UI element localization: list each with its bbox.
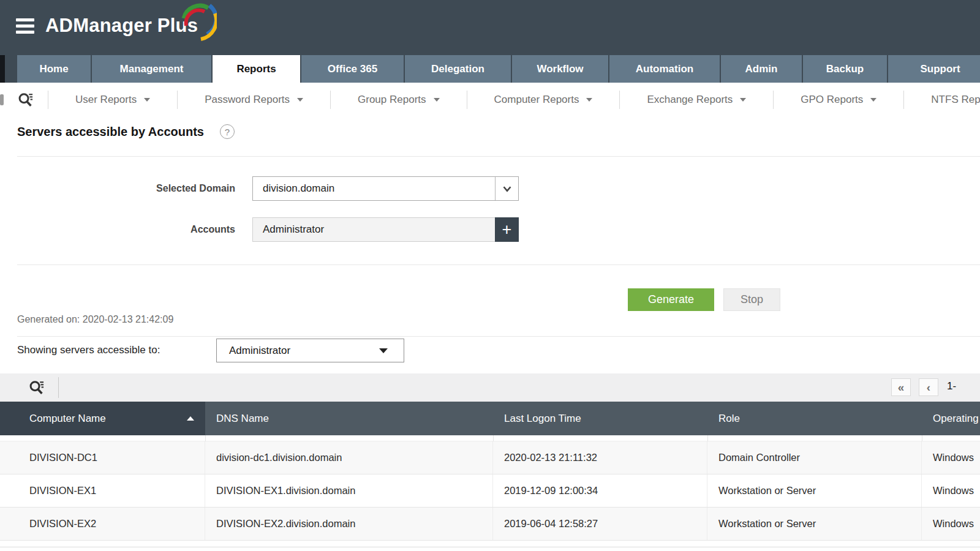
reports-category-bar: User Reports Password Reports Group Repo…: [0, 83, 980, 116]
hamburger-menu-icon[interactable]: [16, 18, 36, 36]
cell-role: Domain Controller: [707, 441, 922, 474]
subnav-label: Exchange Reports: [647, 94, 733, 106]
chevron-down-icon: [434, 98, 440, 102]
column-label: Operating System: [933, 413, 980, 425]
cell-computer-name: DIVISION-DC1: [0, 441, 205, 474]
window-edge: [0, 55, 5, 83]
top-header-bar: ADManager Plus: [0, 0, 980, 55]
subnav-label: User Reports: [75, 94, 137, 106]
subnav-label: NTFS Reports: [931, 94, 980, 106]
admanager-plus-window: ADManager Plus Home Management Reports O…: [0, 0, 980, 551]
subnav-computer-reports[interactable]: Computer Reports: [467, 91, 620, 109]
accounts-value: Administrator: [253, 223, 495, 236]
cell-last-logon-time: 2020-02-13 21:11:32: [493, 441, 707, 474]
cell-last-logon-time: 2019-06-04 12:58:27: [493, 508, 707, 540]
selected-domain-value: division.domain: [253, 182, 495, 195]
cell-dns-name: division-dc1.division.domain: [205, 441, 493, 474]
column-header-last-logon-time[interactable]: Last Logon Time: [493, 402, 707, 435]
logo-swoosh-icon: [176, 0, 217, 42]
showing-servers-label: Showing servers accessible to:: [17, 344, 160, 356]
tab-office-365[interactable]: Office 365: [301, 55, 405, 83]
subnav-label: Computer Reports: [494, 94, 579, 106]
subnav-user-reports[interactable]: User Reports: [48, 91, 177, 109]
report-search-icon[interactable]: [4, 91, 48, 108]
chevron-down-icon: [379, 348, 388, 353]
subnav-password-reports[interactable]: Password Reports: [177, 91, 330, 109]
column-header-computer-name[interactable]: Computer Name: [0, 402, 205, 435]
cell-computer-name: DIVISION-EX1: [0, 474, 205, 507]
showing-account-value: Administrator: [217, 345, 379, 357]
column-label: Last Logon Time: [504, 413, 581, 425]
divider: [493, 435, 494, 441]
selected-domain-label: Selected Domain: [0, 176, 235, 201]
divider: [17, 336, 980, 337]
column-header-operating-system[interactable]: Operating System: [922, 402, 980, 435]
tab-workflow[interactable]: Workflow: [512, 55, 609, 83]
subnav-group-reports[interactable]: Group Reports: [330, 91, 467, 109]
main-navigation-tabs: Home Management Reports Office 365 Deleg…: [0, 55, 980, 83]
divider: [0, 547, 980, 547]
help-icon[interactable]: ?: [220, 124, 235, 139]
page-title: Servers accessible by Accounts: [17, 125, 204, 139]
chevron-down-icon: [740, 98, 746, 102]
subnav-gpo-reports[interactable]: GPO Reports: [773, 91, 903, 109]
divider: [17, 156, 980, 157]
subnav-ntfs-reports[interactable]: NTFS Reports: [903, 91, 980, 109]
pagination-first-button[interactable]: «: [891, 378, 911, 396]
divider: [17, 264, 980, 265]
accounts-field[interactable]: Administrator +: [252, 217, 519, 242]
app-logo: ADManager Plus: [45, 15, 198, 37]
tab-management[interactable]: Management: [92, 55, 213, 83]
generate-button[interactable]: Generate: [628, 288, 714, 311]
cell-last-logon-time: 2019-12-09 12:00:34: [493, 474, 707, 507]
table-row: DIVISION-EX2 DIVISION-EX2.division.domai…: [0, 508, 980, 541]
accounts-label: Accounts: [0, 217, 235, 242]
cell-role: Workstation or Server: [707, 474, 922, 507]
table-row: DIVISION-DC1 division-dc1.division.domai…: [0, 441, 980, 474]
table-toolbar: « ‹ 1-: [0, 373, 980, 402]
tab-backup[interactable]: Backup: [803, 55, 888, 83]
pagination-previous-button[interactable]: ‹: [919, 378, 938, 396]
column-label: Role: [718, 413, 740, 425]
cell-operating-system: Windows: [922, 441, 980, 474]
divider: [205, 435, 206, 441]
divider: [707, 435, 708, 441]
cell-dns-name: DIVISION-EX1.division.domain: [205, 474, 493, 507]
cell-role: Workstation or Server: [707, 508, 922, 540]
cell-operating-system: Windows: [922, 508, 980, 540]
chevron-down-icon: [144, 98, 150, 102]
table-filter-strip: [0, 435, 980, 441]
tab-reports[interactable]: Reports: [213, 55, 301, 83]
chevron-down-icon: [870, 98, 876, 102]
column-header-dns-name[interactable]: DNS Name: [205, 402, 493, 435]
column-header-role[interactable]: Role: [707, 402, 922, 435]
subnav-label: Group Reports: [358, 94, 426, 106]
selected-domain-select[interactable]: division.domain: [252, 176, 519, 201]
title-row: Servers accessible by Accounts ?: [17, 124, 235, 139]
chevron-down-icon: [495, 177, 518, 200]
table-search-icon[interactable]: [28, 379, 45, 399]
tab-support[interactable]: Support: [888, 55, 980, 83]
tab-admin[interactable]: Admin: [721, 55, 803, 83]
column-label: Computer Name: [29, 413, 106, 425]
cell-dns-name: DIVISION-EX2.division.domain: [205, 508, 493, 540]
divider: [922, 435, 922, 441]
cell-computer-name: DIVISION-EX2: [0, 508, 205, 540]
cell-operating-system: Windows: [922, 474, 980, 507]
chevron-down-icon: [297, 98, 303, 102]
column-label: DNS Name: [216, 413, 269, 425]
showing-account-dropdown[interactable]: Administrator: [216, 339, 404, 362]
add-account-button[interactable]: +: [495, 217, 519, 242]
sort-ascending-icon: [187, 416, 194, 421]
divider: [58, 377, 59, 398]
stop-button[interactable]: Stop: [723, 288, 780, 311]
subnav-exchange-reports[interactable]: Exchange Reports: [619, 91, 773, 109]
subnav-label: Password Reports: [205, 94, 290, 106]
tab-automation[interactable]: Automation: [609, 55, 721, 83]
tab-delegation[interactable]: Delegation: [405, 55, 512, 83]
tab-home[interactable]: Home: [17, 55, 92, 83]
chevron-down-icon: [586, 98, 592, 102]
subnav-label: GPO Reports: [801, 94, 863, 106]
table-row: DIVISION-EX1 DIVISION-EX1.division.domai…: [0, 474, 980, 508]
pagination-range-text: 1-: [947, 380, 956, 392]
